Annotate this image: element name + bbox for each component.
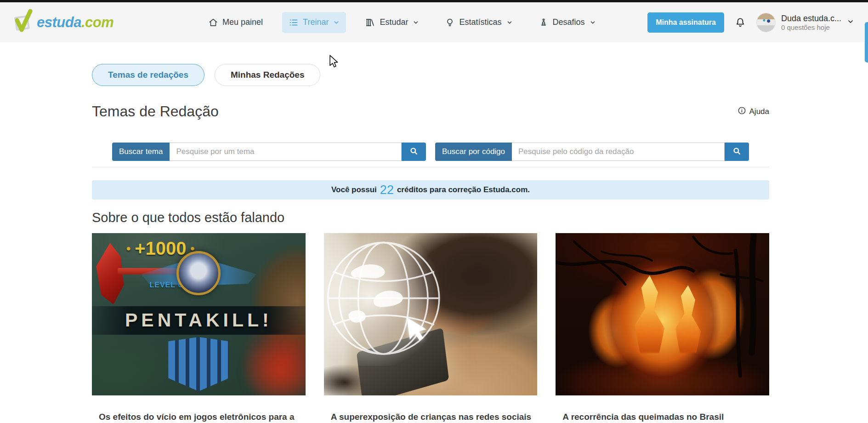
- help-link[interactable]: Ajuda: [738, 106, 769, 117]
- search-code-group: Buscar por código: [435, 143, 749, 161]
- nav-label: Meu painel: [222, 17, 263, 27]
- search-row: Buscar tema Buscar por código: [92, 143, 769, 161]
- bell-icon[interactable]: [734, 17, 746, 29]
- nav-item-estudar[interactable]: Estudar: [359, 12, 425, 33]
- redacao-tabs: Temas de redações Minhas Redações: [92, 64, 769, 86]
- dark-banner-band: PENTAKILL!: [92, 306, 306, 335]
- title-row: Temas de Redação Ajuda: [92, 103, 769, 120]
- estudar-books-icon: [365, 17, 375, 28]
- trending-cards: ●+1000● LEVEL UP PENTAKILL! Os efeitos d…: [92, 233, 769, 423]
- credits-suffix: créditos para correção Estuda.com.: [397, 185, 530, 194]
- nav-label: Treinar: [303, 17, 329, 27]
- search-icon: [409, 147, 418, 157]
- avatar: [756, 13, 776, 32]
- tab-temas-de-redacoes[interactable]: Temas de redações: [92, 64, 204, 86]
- nav-label: Estudar: [380, 17, 408, 27]
- chevron-down-icon: [506, 19, 513, 26]
- nav-item-estatisticas[interactable]: Estatísticas: [438, 12, 519, 33]
- user-status: 0 questões hoje: [781, 23, 841, 31]
- credits-count: 22: [380, 183, 394, 197]
- red-glow: [241, 335, 305, 395]
- card-image-pentakill: ●+1000● LEVEL UP PENTAKILL!: [92, 233, 306, 395]
- card-caption[interactable]: A superexposição de crianças nas redes s…: [324, 409, 538, 423]
- chevron-down-icon: [590, 19, 596, 26]
- page-title: Temas de Redação: [92, 103, 219, 120]
- search-code-button[interactable]: [725, 143, 749, 161]
- main-content: Temas de redações Minhas Redações Temas …: [92, 64, 769, 423]
- check-logo-icon: [11, 9, 36, 36]
- search-code-input[interactable]: [512, 143, 725, 161]
- section-title: Sobre o que todos estão falando: [92, 210, 769, 225]
- nav-label: Estatísticas: [459, 17, 501, 27]
- tab-minhas-redacoes[interactable]: Minhas Redações: [215, 64, 321, 86]
- nav-item-meu-painel[interactable]: Meu painel: [202, 12, 269, 33]
- search-theme-button[interactable]: [402, 143, 426, 161]
- blue-crest-shield: [168, 337, 229, 391]
- card-caption[interactable]: Os efeitos do vício em jogos eletrônicos…: [92, 409, 306, 423]
- user-menu[interactable]: Duda estuda.c... 0 questões hoje: [756, 13, 854, 32]
- search-code-label: Buscar por código: [435, 143, 512, 161]
- branch-silhouettes: [556, 233, 769, 395]
- cursor-arrow-icon: [403, 312, 435, 344]
- info-icon: [738, 106, 746, 117]
- user-name: Duda estuda.c...: [781, 13, 841, 24]
- divider: [92, 167, 769, 167]
- chevron-down-icon: [413, 19, 419, 26]
- main-nav: Meu painel Treinar Estudar: [202, 12, 602, 33]
- chevron-down-icon: [333, 19, 340, 26]
- search-theme-input[interactable]: [170, 143, 402, 161]
- header-right-group: Minha assinatura Duda estuda.c... 0 ques…: [647, 12, 854, 33]
- card-image-child-tablet: [324, 233, 538, 395]
- logo-wordmark: estuda.com: [37, 14, 113, 31]
- card-queimadas-brasil[interactable]: A recorrência das queimadas no Brasil: [556, 233, 769, 423]
- card-criancas-redes-sociais[interactable]: A superexposição de crianças nas redes s…: [324, 233, 538, 423]
- help-label: Ajuda: [749, 107, 769, 116]
- credits-banner: Você possui 22 créditos para correção Es…: [92, 180, 769, 200]
- nav-item-treinar[interactable]: Treinar: [282, 12, 346, 33]
- home-icon: [208, 17, 218, 28]
- card-jogos-eletronicos[interactable]: ●+1000● LEVEL UP PENTAKILL! Os efeitos d…: [92, 233, 306, 423]
- search-theme-label: Buscar tema: [112, 143, 170, 161]
- floating-side-tab[interactable]: [865, 22, 868, 63]
- main-header: estuda.com Meu painel Treinar: [0, 2, 868, 42]
- nav-item-desafios[interactable]: Desafios: [532, 12, 602, 33]
- pentakill-text: PENTAKILL!: [125, 309, 272, 331]
- subscription-button[interactable]: Minha assinatura: [647, 12, 724, 33]
- search-icon: [732, 147, 741, 157]
- card-caption[interactable]: A recorrência das queimadas no Brasil: [556, 409, 769, 423]
- nav-label: Desafios: [553, 17, 585, 27]
- estatisticas-bulb-icon: [445, 17, 455, 28]
- card-image-wildfire: [556, 233, 769, 395]
- desafios-podium-icon: [539, 17, 549, 28]
- globe-hologram-icon: [324, 235, 459, 361]
- chevron-down-icon: [847, 18, 854, 27]
- champion-portrait-badge: [176, 251, 221, 295]
- search-theme-group: Buscar tema: [112, 143, 426, 161]
- treinar-list-icon: [289, 17, 299, 28]
- logo[interactable]: estuda.com: [11, 9, 119, 36]
- credits-prefix: Você possui: [331, 185, 377, 194]
